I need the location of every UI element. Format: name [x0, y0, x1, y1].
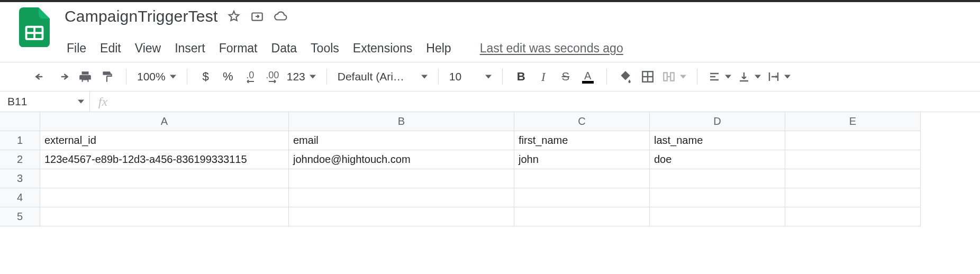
chevron-down-icon — [170, 74, 176, 80]
chevron-down-icon — [485, 74, 492, 80]
menu-data[interactable]: Data — [271, 41, 297, 56]
column-header[interactable]: D — [650, 112, 785, 131]
cell[interactable] — [289, 169, 514, 188]
menu-edit[interactable]: Edit — [100, 41, 121, 56]
last-edit-link[interactable]: Last edit was seconds ago — [480, 41, 623, 56]
chevron-down-icon — [310, 74, 316, 80]
fx-icon: fx — [90, 95, 116, 109]
row-header[interactable]: 2 — [0, 150, 40, 169]
decrease-decimal-button[interactable]: .0 — [241, 68, 259, 86]
borders-button[interactable] — [639, 68, 657, 86]
cell[interactable] — [40, 169, 289, 188]
name-box[interactable]: B11 — [0, 92, 90, 112]
cell[interactable]: johndoe@hightouch.com — [289, 150, 514, 169]
column-header[interactable]: B — [289, 112, 514, 131]
cell[interactable] — [514, 207, 650, 226]
cell[interactable] — [289, 207, 514, 226]
undo-icon[interactable] — [32, 68, 50, 86]
menu-help[interactable]: Help — [426, 41, 451, 56]
toolbar: 100% $ % .0 .00 123 Default (Ari… 10 B I… — [0, 62, 980, 91]
cell[interactable]: john — [514, 150, 650, 169]
cell[interactable] — [785, 169, 921, 188]
cell[interactable]: last_name — [650, 131, 785, 150]
bold-button[interactable]: B — [512, 68, 530, 86]
cloud-status-icon[interactable] — [274, 10, 287, 23]
row-header[interactable]: 5 — [0, 207, 40, 226]
zoom-dropdown[interactable]: 100% — [137, 70, 176, 83]
cell[interactable]: doe — [650, 150, 785, 169]
row-header[interactable]: 3 — [0, 169, 40, 188]
select-all-corner[interactable] — [0, 112, 40, 131]
column-header[interactable]: C — [514, 112, 650, 131]
increase-decimal-button[interactable]: .00 — [264, 68, 282, 86]
menu-view[interactable]: View — [135, 41, 161, 56]
vertical-align-dropdown[interactable] — [738, 70, 761, 83]
move-icon[interactable] — [250, 10, 264, 23]
cell[interactable] — [650, 207, 785, 226]
cell[interactable] — [785, 188, 921, 207]
cell[interactable] — [785, 150, 921, 169]
cell[interactable] — [514, 169, 650, 188]
menu-bar: File Edit View Insert Format Data Tools … — [0, 34, 980, 62]
cell[interactable] — [650, 169, 785, 188]
menu-insert[interactable]: Insert — [175, 41, 205, 56]
chevron-down-icon — [755, 74, 761, 80]
paint-format-icon[interactable] — [98, 68, 116, 86]
cell[interactable] — [650, 188, 785, 207]
cell[interactable] — [785, 131, 921, 150]
star-icon[interactable] — [227, 10, 241, 23]
column-header[interactable]: A — [40, 112, 289, 131]
cell[interactable] — [40, 188, 289, 207]
menu-file[interactable]: File — [67, 41, 86, 56]
document-title[interactable]: CampaignTriggerTest — [65, 7, 217, 25]
menu-format[interactable]: Format — [219, 41, 258, 56]
cell[interactable] — [40, 207, 289, 226]
more-formats-dropdown[interactable]: 123 — [287, 70, 316, 83]
chevron-down-icon — [421, 74, 428, 80]
menu-tools[interactable]: Tools — [311, 41, 339, 56]
chevron-down-icon — [784, 74, 791, 80]
merge-cells-dropdown[interactable] — [662, 70, 686, 84]
menu-extensions[interactable]: Extensions — [353, 41, 413, 56]
cell[interactable] — [785, 207, 921, 226]
cell[interactable]: first_name — [514, 131, 650, 150]
font-size-dropdown[interactable]: 10 — [449, 70, 492, 83]
chevron-down-icon — [725, 74, 731, 80]
currency-button[interactable]: $ — [197, 68, 215, 86]
chevron-down-icon — [78, 98, 84, 105]
print-icon[interactable] — [76, 68, 94, 86]
cell[interactable] — [514, 188, 650, 207]
chevron-down-icon — [680, 74, 686, 80]
zoom-value: 100% — [137, 70, 166, 83]
cell[interactable]: 123e4567-e89b-12d3-a456-836199333115 — [40, 150, 289, 169]
cell[interactable] — [289, 188, 514, 207]
sheets-app-icon[interactable] — [19, 7, 50, 38]
font-family-dropdown[interactable]: Default (Ari… — [338, 70, 428, 83]
cell[interactable]: external_id — [40, 131, 289, 150]
spreadsheet-grid: A B C D E 1 external_id email first_name… — [0, 112, 980, 226]
row-header[interactable]: 4 — [0, 188, 40, 207]
column-header[interactable]: E — [785, 112, 921, 131]
text-color-button[interactable]: A — [579, 68, 597, 86]
active-cell-ref: B11 — [7, 95, 27, 108]
fill-color-button[interactable] — [616, 68, 634, 86]
redo-icon[interactable] — [54, 68, 72, 86]
italic-button[interactable]: I — [534, 68, 552, 86]
row-header[interactable]: 1 — [0, 131, 40, 150]
text-wrap-dropdown[interactable] — [767, 70, 791, 83]
horizontal-align-dropdown[interactable] — [708, 70, 731, 83]
strikethrough-button[interactable]: S — [557, 68, 575, 86]
percent-button[interactable]: % — [219, 68, 237, 86]
cell[interactable]: email — [289, 131, 514, 150]
